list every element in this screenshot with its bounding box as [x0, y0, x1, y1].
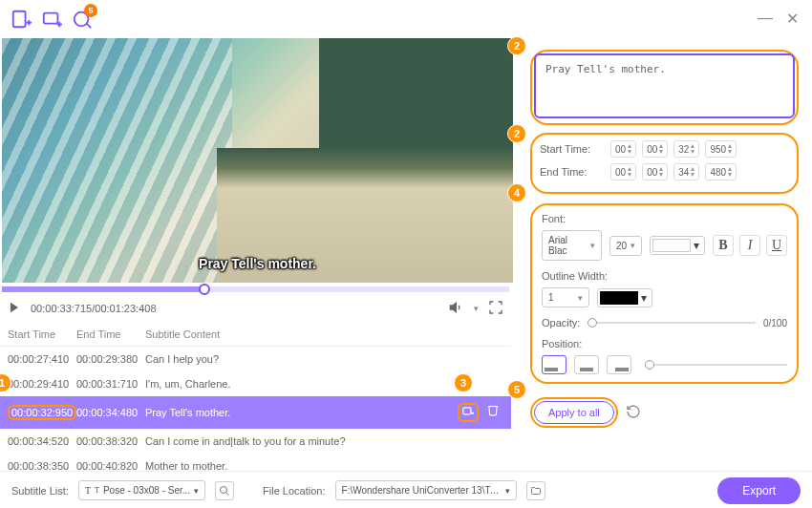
cell-end: 00:00:38:320: [76, 435, 145, 447]
position-bottom-right[interactable]: [607, 355, 631, 374]
callout-4: 4: [507, 183, 526, 202]
svg-marker-11: [450, 303, 456, 311]
cell-end: 00:00:40:820: [76, 460, 145, 471]
underline-button[interactable]: U: [766, 235, 787, 256]
start-hours-spinner[interactable]: 00▴▾: [610, 140, 636, 158]
file-location-select[interactable]: F:\Wondershare UniConverter 13\To-bur▾: [335, 480, 517, 500]
cell-end: 00:00:31:710: [76, 378, 145, 390]
table-row[interactable]: 00:00:27:410 00:00:29:380 Can I help you…: [0, 347, 511, 371]
table-header: Start Time End Time Subtitle Content: [0, 323, 511, 347]
svg-line-16: [226, 492, 229, 495]
start-time-label: Start Time:: [540, 143, 605, 155]
outline-color-select[interactable]: ▾: [597, 288, 652, 307]
svg-rect-3: [44, 13, 58, 24]
font-size-select[interactable]: 20▾: [609, 236, 642, 256]
cell-start: 00:00:27:410: [8, 353, 76, 365]
font-color-select[interactable]: ▾: [650, 236, 705, 255]
preview-subtitle-overlay: Pray Tell's mother.: [199, 256, 316, 271]
table-row[interactable]: 00:00:34:520 00:00:38:320 Can I come in …: [0, 429, 511, 454]
progress-bar[interactable]: [2, 286, 509, 292]
cell-content: Can I come in and|talk to you for a minu…: [145, 435, 503, 447]
callout-2b: 2: [507, 124, 526, 143]
header-end: End Time: [76, 328, 145, 340]
bottom-bar: Subtitle List: TT Pose - 03x08 - Ser...▾…: [0, 471, 812, 508]
video-preview[interactable]: Pray Tell's mother.: [2, 38, 513, 283]
svg-rect-0: [13, 11, 26, 28]
search-subtitle-button[interactable]: [215, 481, 234, 500]
start-seconds-spinner[interactable]: 32▴▾: [673, 140, 699, 158]
opacity-value: 0/100: [763, 318, 787, 328]
svg-line-7: [87, 24, 92, 29]
fullscreen-button[interactable]: [488, 300, 503, 317]
svg-marker-10: [11, 303, 18, 313]
browse-folder-button[interactable]: [526, 481, 545, 500]
preview-forest: [319, 38, 513, 148]
cell-content: I'm, um, Charlene.: [145, 378, 503, 390]
cell-content: Can I help you?: [145, 353, 503, 365]
preview-waves: [2, 38, 232, 283]
position-label: Position:: [542, 338, 787, 349]
outline-width-select[interactable]: 1▾: [542, 287, 589, 307]
import-file-icon[interactable]: [10, 8, 32, 31]
minimize-button[interactable]: —: [758, 10, 773, 28]
add-subtitle-icon[interactable]: [458, 403, 479, 422]
end-hours-spinner[interactable]: 00▴▾: [610, 163, 636, 180]
header-start: Start Time: [8, 328, 76, 340]
start-ms-spinner[interactable]: 950▴▾: [705, 140, 737, 158]
cell-end: 00:00:34:480: [76, 407, 145, 418]
delete-subtitle-icon[interactable]: [486, 403, 500, 422]
time-display: 00:00:33:715/00:01:23:408: [31, 303, 157, 314]
opacity-label: Opacity:: [542, 317, 580, 328]
cell-content: Mother to mother.: [145, 460, 503, 471]
reset-icon[interactable]: [626, 404, 641, 422]
position-bottom-left[interactable]: [542, 355, 566, 374]
position-bottom-center[interactable]: [574, 355, 599, 374]
callout-5: 5: [507, 380, 526, 399]
callout-2a: 2: [507, 36, 526, 55]
apply-to-all-button[interactable]: Apply to all: [534, 401, 614, 424]
opacity-slider[interactable]: [588, 322, 756, 324]
cell-start: 00:00:29:410: [8, 378, 76, 390]
cell-start: 00:00:34:520: [8, 435, 76, 447]
volume-dropdown-icon[interactable]: ▾: [474, 304, 479, 313]
position-slider[interactable]: [645, 364, 787, 366]
subtitle-list-label: Subtitle List:: [11, 485, 69, 497]
table-row[interactable]: 00:00:29:410 00:00:31:710 I'm, um, Charl…: [0, 371, 511, 396]
cell-start: 00:00:32:950: [11, 407, 73, 418]
start-minutes-spinner[interactable]: 00▴▾: [642, 140, 668, 158]
svg-rect-12: [463, 408, 471, 414]
italic-button[interactable]: I: [739, 235, 760, 256]
play-button[interactable]: [8, 301, 21, 316]
cell-end: 00:00:29:380: [76, 353, 145, 365]
volume-button[interactable]: [449, 300, 464, 317]
callout-3: 3: [454, 373, 473, 392]
top-toolbar: 5: [0, 0, 812, 38]
end-seconds-spinner[interactable]: 34▴▾: [673, 163, 699, 180]
file-location-label: File Location:: [263, 485, 325, 497]
table-row-selected[interactable]: 1 3 00:00:32:950 00:00:34:480 Pray Tell'…: [0, 396, 511, 429]
subtitle-list-select[interactable]: TT Pose - 03x08 - Ser...▾: [78, 480, 205, 500]
close-button[interactable]: ✕: [786, 10, 799, 28]
subtitle-table: Start Time End Time Subtitle Content 00:…: [0, 323, 511, 471]
add-text-icon[interactable]: [40, 8, 63, 31]
font-label: Font:: [542, 213, 787, 224]
subtitle-text-input[interactable]: [534, 53, 795, 118]
table-row[interactable]: 00:00:38:350 00:00:40:820 Mother to moth…: [0, 454, 511, 471]
svg-point-15: [221, 486, 227, 493]
cell-start: 00:00:38:350: [8, 460, 76, 471]
bold-button[interactable]: B: [713, 235, 734, 256]
font-family-select[interactable]: Arial Blac▾: [542, 230, 602, 261]
end-time-label: End Time:: [540, 166, 605, 178]
end-minutes-spinner[interactable]: 00▴▾: [642, 163, 668, 180]
toolbar-badge: 5: [84, 4, 97, 17]
export-button[interactable]: Export: [717, 477, 801, 504]
outline-width-label: Outline Width:: [542, 270, 787, 282]
header-content: Subtitle Content: [145, 328, 503, 340]
end-ms-spinner[interactable]: 480▴▾: [705, 163, 737, 180]
cell-content: Pray Tell's mother.: [145, 407, 458, 418]
